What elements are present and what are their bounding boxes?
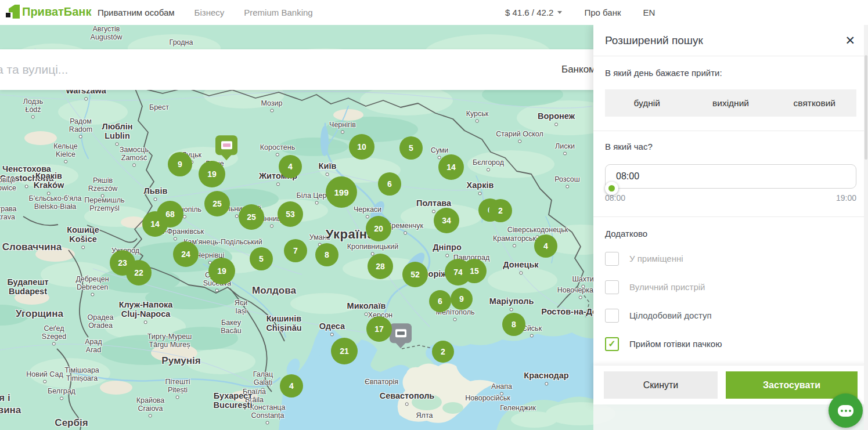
nav-premium-banking[interactable]: Premium Banking [244, 8, 312, 17]
map-cluster-marker[interactable]: 14 [438, 154, 464, 180]
map-cluster-marker[interactable]: 9 [451, 288, 473, 310]
scrollbar[interactable] [864, 25, 868, 430]
map-city-label: КельцеKielce [53, 142, 78, 164]
map-cluster-marker[interactable]: 4 [534, 234, 557, 258]
atm-pin-green[interactable] [215, 135, 237, 155]
checkbox-label: Вуличний пристрій [629, 282, 705, 292]
map-city-label: Кременчук [387, 222, 423, 235]
map-city-label: вина [0, 404, 21, 415]
time-min-label: 08:00 [605, 193, 625, 203]
map-cluster-marker[interactable]: 199 [326, 176, 357, 208]
checkbox-icon[interactable] [605, 309, 619, 323]
reset-button[interactable]: Скинути [604, 371, 718, 399]
day-option-weekend[interactable]: вихідний [689, 89, 772, 117]
close-icon[interactable]: ✕ [845, 34, 855, 46]
map-cluster-marker[interactable]: 9 [168, 152, 192, 176]
map-city-label: Новоросійськ [465, 394, 510, 402]
time-input[interactable]: 08:00 [605, 164, 856, 189]
day-option-weekday[interactable]: будній [605, 89, 689, 117]
map-city-label: БудапештBudapest [7, 277, 48, 296]
checkbox-street-device[interactable]: Вуличний пристрій [605, 280, 856, 294]
map-cluster-marker[interactable]: 5 [399, 136, 423, 160]
checkbox-icon[interactable] [605, 280, 619, 294]
map-city-label: Гродна [170, 38, 193, 46]
atm-pin-gray[interactable] [390, 323, 412, 343]
chat-button[interactable] [829, 393, 863, 428]
checkbox-icon[interactable] [605, 252, 619, 266]
checkbox-icon[interactable]: ✓ [605, 337, 619, 351]
map-city-label: Румунія [161, 355, 200, 366]
map-city-label: Львів [144, 186, 168, 201]
time-range-labels: 08:00 19:00 [605, 193, 856, 203]
exchange-rate-dropdown[interactable]: $ 41.6 / 42.2 [505, 8, 562, 17]
day-option-holiday[interactable]: святковий [773, 89, 856, 117]
map-city-label: Белград [48, 387, 75, 400]
map-city-label: Розсош [554, 175, 580, 189]
map-city-label: КишинівChișinău [266, 314, 301, 333]
map-cluster-marker[interactable]: 2 [489, 199, 512, 222]
map-cluster-marker[interactable]: 2 [432, 341, 454, 363]
map-city-label: Харків [467, 180, 494, 195]
map-cluster-marker[interactable]: 53 [278, 201, 303, 227]
map-city-label: ПітештіPitești [165, 378, 190, 399]
map-cluster-marker[interactable]: 68 [157, 201, 183, 227]
checkbox-label: Прийом готівки пачкою [629, 339, 722, 349]
map-cluster-marker[interactable]: 20 [366, 216, 391, 241]
day-question: В який день бажаєте прийти: [605, 68, 856, 78]
checkbox-indoors[interactable]: У приміщенні [605, 251, 856, 266]
map-cluster-marker[interactable]: 15 [462, 259, 487, 283]
map-cluster-marker[interactable]: 8 [502, 313, 525, 336]
search-bar: Банкомати [0, 49, 593, 90]
nav-business[interactable]: Бізнесу [195, 8, 225, 17]
map-city-label: СеґедSzeged [42, 324, 66, 346]
map-city-label: Краснодар [524, 371, 568, 385]
map-city-label: КонстанцаConstanța [250, 403, 286, 425]
checkbox-label: Цілодобовий доступ [629, 310, 712, 320]
map-cluster-marker[interactable]: 22 [126, 260, 152, 286]
map-city-label: РадомRadom [69, 117, 92, 139]
map-cluster-marker[interactable]: 5 [250, 247, 273, 270]
time-value: 08:00 [616, 171, 639, 182]
map-cluster-marker[interactable]: 17 [366, 316, 392, 342]
map-cluster-marker[interactable]: 4 [280, 374, 303, 398]
map-cluster-marker[interactable]: 24 [173, 241, 199, 267]
map-cluster-marker[interactable]: 52 [402, 262, 428, 287]
map-city-label: Ялта [416, 411, 433, 420]
map-cluster-marker[interactable]: 25 [204, 191, 230, 216]
map-cluster-marker[interactable]: 19 [208, 258, 235, 284]
map-city-label: Сербія [55, 417, 88, 428]
search-input[interactable] [0, 52, 551, 87]
map-cluster-marker[interactable]: 10 [349, 134, 374, 160]
map-cluster-marker[interactable]: 34 [434, 208, 459, 233]
map-cluster-marker[interactable]: 4 [279, 155, 302, 178]
map-city-label: КраківKraków [34, 171, 64, 195]
map-cluster-marker[interactable]: 19 [199, 161, 225, 187]
map-cluster-marker[interactable]: 7 [284, 239, 307, 262]
map-city-label: Угорщина [16, 308, 63, 319]
scrollbar-thumb[interactable] [865, 55, 867, 160]
time-slider-handle[interactable] [605, 182, 618, 195]
map-cluster-marker[interactable]: 6 [429, 290, 451, 312]
map-cluster-marker[interactable]: 25 [239, 204, 264, 230]
tab-atms[interactable]: Банкомати [554, 64, 593, 75]
nav-language-en[interactable]: EN [643, 8, 655, 17]
checkbox-cash-bundle[interactable]: ✓Прийом готівки пачкою [605, 337, 856, 351]
map-city-label: Краматорськ [493, 234, 536, 248]
map-city-label: ТімішоараTimișoara [64, 366, 99, 382]
map-city-label: Клуж-НапокаCluj-Napoca [119, 300, 173, 324]
map-city-label: я і [0, 392, 10, 403]
map-cluster-marker[interactable]: 28 [368, 254, 393, 279]
nav-private-persons[interactable]: Приватним особам [98, 8, 175, 17]
map-city-label: Старий Оскол [496, 130, 543, 143]
time-max-label: 19:00 [836, 193, 856, 203]
checkbox-list: У приміщенніВуличний пристрійЦілодобовий… [605, 251, 856, 351]
map-city-label: РяшівRzeszów [88, 176, 118, 198]
map-city-label: Кропивницький [347, 243, 399, 256]
map-city-label: Словаччина [2, 241, 62, 252]
brand-logo[interactable]: ПриватБанк [6, 5, 91, 19]
nav-about-bank[interactable]: Про банк [584, 8, 621, 17]
checkbox-24h-access[interactable]: Цілодобовий доступ [605, 308, 856, 323]
map-cluster-marker[interactable]: 8 [315, 243, 338, 266]
map-cluster-marker[interactable]: 6 [378, 172, 401, 196]
map-cluster-marker[interactable]: 21 [331, 338, 358, 364]
